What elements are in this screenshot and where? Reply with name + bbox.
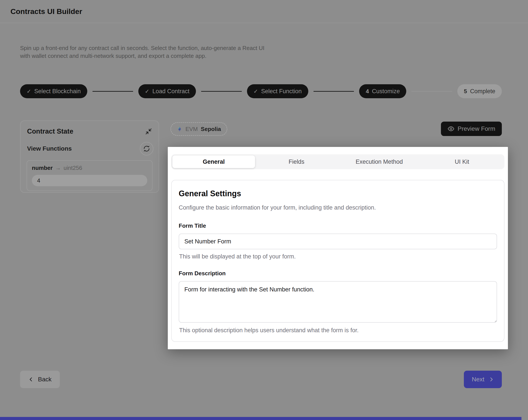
step-label: Load Contract [153,88,190,95]
function-return-type: uint256 [63,165,82,171]
step-connector [93,91,133,92]
step-customize[interactable]: 4 Customize [359,84,406,98]
step-complete[interactable]: 5 Complete [457,84,502,98]
app-title: Contracts UI Builder [0,0,528,23]
step-connector [201,91,242,92]
tab-ui-kit[interactable]: UI Kit [421,155,503,168]
general-settings-card: General Settings Configure the basic inf… [171,180,504,342]
preview-form-label: Preview Form [457,125,495,132]
form-description-label: Form Description [179,270,497,277]
wizard-stepper: ✓ Select Blockchain ✓ Load Contract ✓ Se… [20,84,502,98]
network-ecosystem: EVM [185,126,198,133]
form-title-input[interactable] [179,234,497,249]
check-icon: ✓ [27,89,31,94]
general-settings-heading: General Settings [179,189,497,198]
next-button[interactable]: Next [464,371,502,388]
form-description-textarea[interactable]: Form for interacting with the Set Number… [179,281,497,323]
collapse-panel-button[interactable] [145,128,152,135]
check-icon: ✓ [253,89,258,94]
tab-execution-method[interactable]: Execution Method [338,155,421,168]
function-signature: number → uint256 [32,165,147,171]
minimize-icon [145,128,152,135]
tab-general[interactable]: General [172,155,255,168]
contract-state-title: Contract State [27,127,73,135]
customize-panel: General Fields Execution Method UI Kit G… [168,147,508,349]
step-select-blockchain[interactable]: ✓ Select Blockchain [20,84,87,98]
form-description-helper: This optional description helps users un… [179,327,497,334]
intro-text: Spin up a front-end for any contract cal… [20,44,273,60]
app-header: Contracts UI Builder [0,0,528,23]
view-functions-row: View Functions [21,142,159,155]
function-name: number [32,165,53,171]
contract-state-header: Contract State [21,121,159,135]
next-label: Next [472,376,484,383]
function-card[interactable]: number → uint256 4 [27,160,153,191]
general-settings-description: Configure the basic information for your… [179,204,497,211]
intro-line-2: with wallet connect and multi-network su… [20,52,273,60]
view-functions-label: View Functions [27,145,72,152]
back-label: Back [38,376,51,383]
tab-fields[interactable]: Fields [255,155,338,168]
step-label: Select Function [261,88,302,95]
step-number: 5 [464,88,467,95]
back-button[interactable]: Back [20,371,60,388]
form-title-label: Form Title [179,222,497,229]
intro-line-1: Spin up a front-end for any contract cal… [20,44,273,52]
step-number: 4 [366,88,369,95]
step-load-contract[interactable]: ✓ Load Contract [138,84,196,98]
form-title-helper: This will be displayed at the top of you… [179,253,497,260]
refresh-icon [143,145,150,152]
contract-state-panel: Contract State View Functions number → [20,121,159,193]
arrow-right-icon: → [55,165,61,171]
step-label: Select Blockchain [34,88,81,95]
eye-icon [447,125,455,132]
function-value: 4 [32,175,147,186]
check-icon: ✓ [145,89,149,94]
refresh-button[interactable] [140,142,153,155]
step-select-function[interactable]: ✓ Select Function [247,84,308,98]
ethereum-icon [177,126,182,132]
step-label: Complete [470,88,495,95]
customize-tabs: General Fields Execution Method UI Kit [171,154,504,169]
chevron-left-icon [28,377,34,382]
step-connector [313,91,354,92]
bottom-progress-bar [0,417,521,420]
preview-form-button[interactable]: Preview Form [441,122,502,136]
network-badge[interactable]: EVM Sepolia [170,122,227,136]
chevron-right-icon [488,377,494,382]
step-connector [411,91,452,91]
step-label: Customize [372,88,400,95]
network-name: Sepolia [201,126,221,133]
